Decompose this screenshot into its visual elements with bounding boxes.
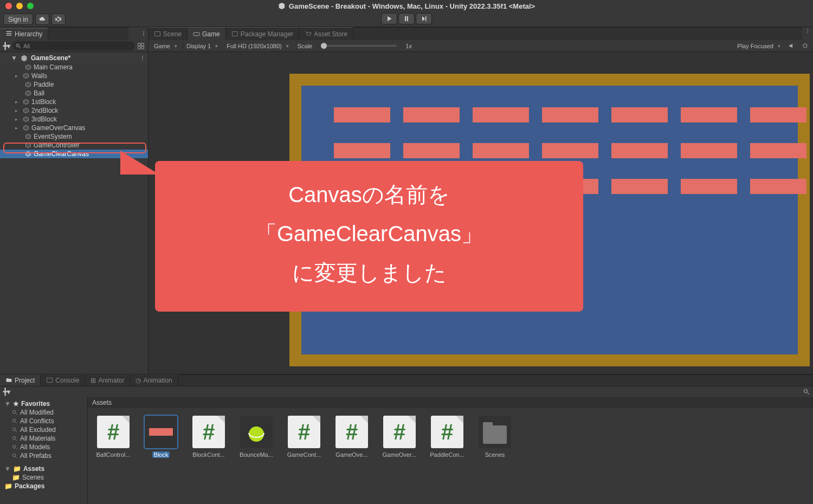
favorites-header[interactable]: ▼ ★ Favorites <box>2 399 85 408</box>
favorite-item[interactable]: All Materials <box>2 434 85 443</box>
hierarchy-item[interactable]: Paddle <box>0 80 148 89</box>
tab-options-icon[interactable]: ⁝ <box>802 27 813 40</box>
favorite-item[interactable]: All Conflicts <box>2 417 85 425</box>
gameobject-icon <box>23 107 29 114</box>
asset-item[interactable]: #BlockCont... <box>190 416 228 458</box>
search-icon <box>12 418 18 424</box>
hierarchy-search[interactable]: All <box>12 41 135 50</box>
folder-item[interactable]: 📁 Scenes <box>2 473 85 482</box>
asset-label: Scenes <box>485 451 505 458</box>
tab-asset-store[interactable]: Asset Store <box>299 27 353 40</box>
asset-label: BallControl... <box>96 451 131 458</box>
tab-animator[interactable]: ⊞ Animator <box>85 375 130 386</box>
console-icon <box>46 377 53 384</box>
window-titlebar: GameScene - Breakout - Windows, Mac, Lin… <box>0 0 813 12</box>
assets-breadcrumb[interactable]: Assets <box>88 397 813 408</box>
svg-point-13 <box>12 428 16 431</box>
brick <box>611 107 668 122</box>
maximize-icon[interactable] <box>27 3 34 9</box>
bug-icon[interactable] <box>802 42 809 49</box>
game-icon <box>193 30 200 37</box>
hierarchy-item[interactable]: Ball <box>0 89 148 98</box>
svg-point-10 <box>804 390 808 393</box>
hierarchy-tab[interactable]: Hierarchy <box>0 28 48 40</box>
animator-icon: ⊞ <box>91 377 96 384</box>
game-toolbar: Game Display 1 Full HD (1920x1080) Scale… <box>149 40 813 52</box>
asset-grid: #BallControl...Block#BlockCont...BounceM… <box>88 408 813 466</box>
assets-folder[interactable]: ▼ 📁 Assets <box>2 464 85 473</box>
play-button[interactable] <box>381 13 397 24</box>
brick <box>681 143 737 158</box>
pause-button[interactable] <box>398 13 415 24</box>
hierarchy-item[interactable]: Main Camera <box>0 63 148 72</box>
tab-console[interactable]: Console <box>41 375 85 386</box>
cloud-icon[interactable] <box>35 14 49 25</box>
panel-options-icon[interactable]: ⁝ <box>143 30 145 37</box>
cart-icon <box>305 30 312 37</box>
asset-label: GameOver... <box>383 451 416 458</box>
favorite-item[interactable]: All Modified <box>2 408 85 417</box>
asset-item[interactable]: #BallControl... <box>94 416 132 458</box>
favorite-item[interactable]: All Prefabs <box>2 451 85 460</box>
svg-rect-4 <box>141 46 144 48</box>
brick <box>611 179 668 194</box>
asset-item[interactable]: #GameOver... <box>380 416 418 458</box>
scale-slider[interactable] <box>321 45 397 47</box>
hierarchy-item[interactable]: ▸3rdBlock <box>0 115 148 124</box>
hierarchy-item[interactable]: ▸Walls <box>0 72 148 80</box>
svg-point-12 <box>12 419 16 422</box>
filter-icon[interactable] <box>137 42 145 50</box>
sign-in-button[interactable]: Sign in <box>3 14 33 25</box>
asset-item[interactable]: #PaddleCon... <box>428 416 466 458</box>
hierarchy-item[interactable]: ▸2ndBlock <box>0 106 148 115</box>
tab-scene[interactable]: Scene <box>149 27 188 40</box>
asset-label: BlockCont... <box>192 451 224 458</box>
gear-icon[interactable] <box>51 14 66 25</box>
packages-folder[interactable]: 📁 Packages <box>2 482 85 490</box>
svg-rect-2 <box>141 43 144 45</box>
play-focused-dropdown[interactable]: Play Focused <box>734 43 784 49</box>
asset-item[interactable]: Block <box>142 416 180 458</box>
asset-item[interactable]: Scenes <box>476 416 514 458</box>
scene-menu-icon[interactable]: ⁝ <box>141 54 144 62</box>
resolution-dropdown[interactable]: Full HD (1920x1080) <box>223 43 292 49</box>
folder-icon <box>5 377 12 384</box>
hierarchy-item[interactable]: GameController <box>0 141 148 150</box>
gameobject-icon <box>23 73 29 79</box>
gameobject-icon <box>25 133 31 140</box>
step-button[interactable] <box>416 13 432 24</box>
brick <box>542 143 598 158</box>
search-icon[interactable] <box>803 389 810 395</box>
minimize-icon[interactable] <box>16 3 23 9</box>
asset-item[interactable]: BounceMa... <box>237 416 275 458</box>
svg-rect-1 <box>138 43 140 45</box>
asset-item[interactable]: #GameCont... <box>285 416 323 458</box>
svg-rect-9 <box>47 378 53 382</box>
add-asset-button[interactable]: ╋▾ <box>3 388 10 396</box>
annotation-callout: Canvasの名前を 「GameClearCanvas」 に変更しました <box>155 161 583 312</box>
scene-row[interactable]: ▼ GameScene* ⁝ <box>0 53 148 63</box>
brick <box>611 143 668 158</box>
favorite-item[interactable]: All Excluded <box>2 425 85 434</box>
asset-label: Block <box>152 451 170 458</box>
hierarchy-item[interactable]: ▸1stBlock <box>0 98 148 106</box>
package-icon <box>231 30 238 37</box>
mute-icon[interactable] <box>788 42 795 49</box>
tab-project[interactable]: Project <box>0 375 41 386</box>
asset-label: PaddleCon... <box>430 451 464 458</box>
tab-animation[interactable]: ◷ Animation <box>130 375 178 386</box>
game-mode-dropdown[interactable]: Game <box>151 43 180 49</box>
hierarchy-item[interactable]: EventSystem <box>0 132 148 141</box>
add-button[interactable]: ╋▾ <box>3 42 10 50</box>
hierarchy-item[interactable]: ▸GameOverCanvas <box>0 124 148 132</box>
tab-game[interactable]: Game <box>188 27 226 40</box>
svg-rect-6 <box>193 33 199 36</box>
favorite-item[interactable]: All Models <box>2 443 85 451</box>
unity-scene-icon <box>21 55 28 62</box>
brick <box>403 107 460 122</box>
close-icon[interactable] <box>5 3 12 9</box>
display-dropdown[interactable]: Display 1 <box>183 43 221 49</box>
tab-package-manager[interactable]: Package Manager <box>226 27 299 40</box>
svg-rect-3 <box>138 46 140 48</box>
asset-item[interactable]: #GameOve... <box>333 416 371 458</box>
